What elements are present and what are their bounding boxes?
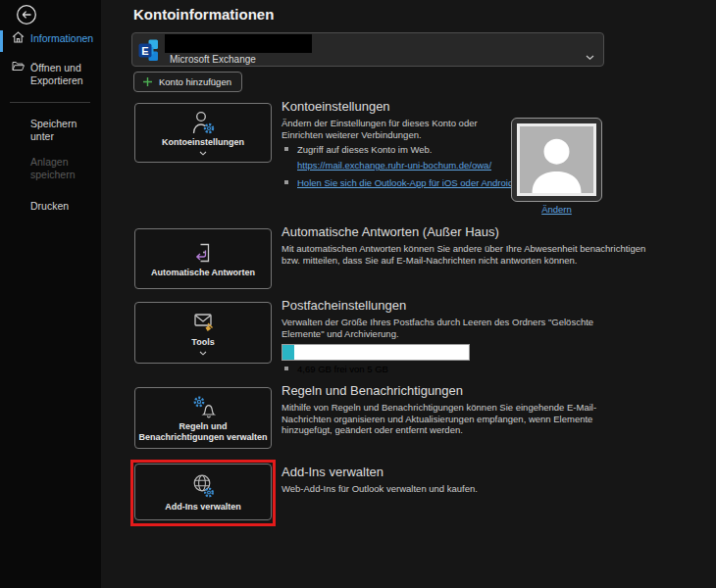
account-provider-label: Microsoft Exchange <box>170 54 256 65</box>
storage-free-label: 4,69 GB frei von 5 GB <box>297 364 388 374</box>
tile-label: Automatische Antworten <box>151 268 255 278</box>
exchange-icon: E <box>137 38 162 67</box>
storage-note: 4,69 GB frei von 5 GB <box>281 364 388 374</box>
gear-bell-icon <box>189 394 217 419</box>
section-body: Mithilfe von Regeln und Benachrichtigung… <box>281 402 627 436</box>
section-body: Ändern der Einstellungen für dieses Kont… <box>281 118 517 140</box>
sidebar-item-drucken[interactable]: Drucken <box>0 200 91 213</box>
sidebar-item-label: Anlagen speichern <box>30 156 91 180</box>
list-item: Zugriff auf dieses Konto im Web. <box>281 144 517 155</box>
regeln-description: Regeln und Benachrichtigungen Mithilfe v… <box>281 383 627 436</box>
bullet-icon <box>284 147 288 151</box>
svg-text:E: E <box>141 45 148 57</box>
tile-label: Tools <box>191 337 214 348</box>
chevron-down-icon <box>199 351 207 356</box>
person-silhouette-icon <box>520 126 593 193</box>
regeln-benachrichtigungen-button[interactable]: Regeln und Benachrichtigungen verwalten <box>134 387 272 449</box>
section-body: Verwalten der Größe Ihres Postfachs durc… <box>281 317 627 339</box>
sidebar-item-label: Drucken <box>30 200 91 213</box>
bullet-text: Zugriff auf dieses Konto im Web. <box>297 144 432 155</box>
automatische-antworten-description: Automatische Antworten (Außer Haus) Mit … <box>281 224 662 266</box>
add-ins-verwalten-button[interactable]: Add-Ins verwalten <box>134 464 272 520</box>
mailbox-cleanup-icon <box>190 311 217 335</box>
bullet-icon <box>284 367 288 370</box>
automatische-antworten-button[interactable]: Automatische Antworten <box>134 228 272 289</box>
sidebar-item-anlagen-speichern: Anlagen speichern <box>0 156 91 180</box>
redacted-email <box>165 34 312 53</box>
add-account-label: Konto hinzufügen <box>159 76 231 87</box>
postfacheinstellungen-description: Postfacheinstellungen Verwalten der Größ… <box>281 298 627 339</box>
section-heading: Add-Ins verwalten <box>281 465 627 480</box>
kontoeinstellungen-button[interactable]: Kontoeinstellungen <box>134 103 272 163</box>
tools-button[interactable]: Tools <box>134 302 272 364</box>
bullet-icon <box>284 180 288 184</box>
sidebar-item-label: Öffnen und Exportieren <box>30 62 91 86</box>
sidebar-item-label: Speichern unter <box>30 118 91 142</box>
owa-link[interactable]: https://mail.exchange.ruhr-uni-bochum.de… <box>297 160 517 171</box>
sidebar-divider <box>10 102 90 103</box>
sidebar-item-speichern-unter[interactable]: Speichern unter <box>0 118 91 142</box>
page-title: Kontoinformationen <box>133 6 274 23</box>
sidebar-item-label: Informationen <box>30 32 91 45</box>
outlook-app-link[interactable]: Holen Sie sich die Outlook-App für iOS o… <box>297 177 516 188</box>
tile-label: Kontoeinstellungen <box>162 137 244 148</box>
plus-icon <box>142 76 153 87</box>
add-ins-description: Add-Ins verwalten Web-Add-Ins für Outloo… <box>281 465 627 495</box>
add-account-button[interactable]: Konto hinzufügen <box>133 72 242 92</box>
tile-label: Regeln und Benachrichtigungen verwalten <box>138 421 267 443</box>
section-body: Web-Add-Ins für Outlook verwalten und ka… <box>281 483 627 495</box>
change-photo-link[interactable]: Ändern <box>511 204 602 215</box>
globe-gear-icon <box>188 472 218 500</box>
account-information-panel: Kontoinformationen E Microsoft Exchange … <box>101 0 716 588</box>
chevron-down-icon <box>199 151 207 156</box>
account-dropdown[interactable]: E Microsoft Exchange <box>131 32 604 67</box>
section-heading: Regeln und Benachrichtigungen <box>281 383 627 399</box>
auto-reply-icon <box>190 240 216 266</box>
mailbox-storage-bar <box>281 344 470 361</box>
section-heading: Postfacheinstellungen <box>281 298 627 314</box>
home-icon <box>12 31 25 46</box>
section-heading: Kontoeinstellungen <box>281 99 517 115</box>
sidebar-item-informationen[interactable]: Informationen <box>0 32 91 46</box>
storage-used-fill <box>282 345 294 360</box>
list-item: Holen Sie sich die Outlook-App für iOS o… <box>281 177 517 188</box>
section-heading: Automatische Antworten (Außer Haus) <box>281 224 662 240</box>
back-arrow-icon <box>16 4 37 25</box>
folder-icon <box>12 61 25 74</box>
section-body: Mit automatischen Antworten können Sie a… <box>281 243 662 266</box>
tile-label: Add-Ins verwalten <box>165 502 241 513</box>
person-gear-icon <box>189 110 217 135</box>
red-highlight-box: Add-Ins verwalten <box>130 460 276 526</box>
chevron-down-icon <box>586 47 594 65</box>
kontoeinstellungen-description: Kontoeinstellungen Ändern der Einstellun… <box>281 99 517 188</box>
back-button[interactable] <box>16 4 37 25</box>
sidebar-item-oeffnen-und-exportieren[interactable]: Öffnen und Exportieren <box>0 62 91 86</box>
backstage-sidebar: Informationen Öffnen und Exportieren Spe… <box>0 0 101 588</box>
active-indicator <box>0 30 3 52</box>
profile-photo <box>511 118 602 202</box>
